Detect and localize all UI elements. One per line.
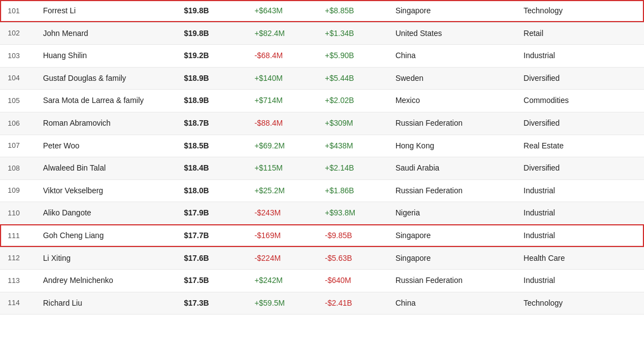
net-worth: $18.5B xyxy=(176,135,246,157)
rank: 111 xyxy=(0,224,35,247)
person-name: Forrest Li xyxy=(35,0,176,22)
country: Russian Federation xyxy=(388,112,516,135)
table-row[interactable]: 113 Andrey Melnichenko $17.5B +$242M -$6… xyxy=(0,270,644,292)
change-2: -$9.85B xyxy=(317,224,387,247)
person-name: Peter Woo xyxy=(35,135,176,157)
person-name: Aliko Dangote xyxy=(35,202,176,225)
rank: 108 xyxy=(0,157,35,180)
rank: 105 xyxy=(0,90,35,112)
country: Singapore xyxy=(388,247,516,270)
rank: 101 xyxy=(0,0,35,22)
person-name: Alwaleed Bin Talal xyxy=(35,157,176,180)
industry: Industrial xyxy=(516,179,644,202)
billionaires-table: 101 Forrest Li $19.8B +$643M +$8.85B Sin… xyxy=(0,0,644,315)
country: United States xyxy=(388,22,516,45)
change-2: +$5.90B xyxy=(317,45,387,68)
industry: Diversified xyxy=(516,112,644,135)
change-1: +$115M xyxy=(247,157,317,180)
table-row[interactable]: 102 John Menard $19.8B +$82.4M +$1.34B U… xyxy=(0,22,644,45)
rank: 107 xyxy=(0,135,35,157)
change-2: +$93.8M xyxy=(317,202,387,225)
net-worth: $18.0B xyxy=(176,179,246,202)
table-row[interactable]: 105 Sara Mota de Larrea & family $18.9B … xyxy=(0,90,644,112)
change-1: -$68.4M xyxy=(247,45,317,68)
person-name: Viktor Vekselberg xyxy=(35,179,176,202)
country: Singapore xyxy=(388,0,516,22)
person-name: Sara Mota de Larrea & family xyxy=(35,90,176,112)
industry: Technology xyxy=(516,292,644,315)
change-2: -$640M xyxy=(317,270,387,292)
industry: Diversified xyxy=(516,67,644,90)
industry: Technology xyxy=(516,0,644,22)
table-row[interactable]: 101 Forrest Li $19.8B +$643M +$8.85B Sin… xyxy=(0,0,644,22)
net-worth: $18.4B xyxy=(176,157,246,180)
change-1: -$224M xyxy=(247,247,317,270)
net-worth: $18.9B xyxy=(176,67,246,90)
country: Hong Kong xyxy=(388,135,516,157)
rank: 112 xyxy=(0,247,35,270)
table-row[interactable]: 106 Roman Abramovich $18.7B -$88.4M +$30… xyxy=(0,112,644,135)
rank: 113 xyxy=(0,270,35,292)
person-name: Gustaf Douglas & family xyxy=(35,67,176,90)
person-name: John Menard xyxy=(35,22,176,45)
industry: Industrial xyxy=(516,224,644,247)
change-1: +$140M xyxy=(247,67,317,90)
industry: Industrial xyxy=(516,45,644,68)
change-1: +$59.5M xyxy=(247,292,317,315)
net-worth: $17.7B xyxy=(176,224,246,247)
industry: Industrial xyxy=(516,202,644,225)
rank: 106 xyxy=(0,112,35,135)
industry: Real Estate xyxy=(516,135,644,157)
change-1: -$169M xyxy=(247,224,317,247)
change-2: -$5.63B xyxy=(317,247,387,270)
country: Russian Federation xyxy=(388,270,516,292)
change-1: -$243M xyxy=(247,202,317,225)
industry: Commodities xyxy=(516,90,644,112)
table-row[interactable]: 103 Huang Shilin $19.2B -$68.4M +$5.90B … xyxy=(0,45,644,68)
person-name: Roman Abramovich xyxy=(35,112,176,135)
country: China xyxy=(388,292,516,315)
country: Mexico xyxy=(388,90,516,112)
table-row[interactable]: 109 Viktor Vekselberg $18.0B +$25.2M +$1… xyxy=(0,179,644,202)
table-row[interactable]: 108 Alwaleed Bin Talal $18.4B +$115M +$2… xyxy=(0,157,644,180)
change-2: +$1.86B xyxy=(317,179,387,202)
change-1: +$25.2M xyxy=(247,179,317,202)
net-worth: $17.3B xyxy=(176,292,246,315)
table-row[interactable]: 114 Richard Liu $17.3B +$59.5M -$2.41B C… xyxy=(0,292,644,315)
country: Saudi Arabia xyxy=(388,157,516,180)
net-worth: $18.9B xyxy=(176,90,246,112)
change-1: +$643M xyxy=(247,0,317,22)
rank: 103 xyxy=(0,45,35,68)
change-1: +$82.4M xyxy=(247,22,317,45)
net-worth: $19.2B xyxy=(176,45,246,68)
table-row[interactable]: 111 Goh Cheng Liang $17.7B -$169M -$9.85… xyxy=(0,224,644,247)
net-worth: $17.5B xyxy=(176,270,246,292)
change-2: +$5.44B xyxy=(317,67,387,90)
net-worth: $17.9B xyxy=(176,202,246,225)
rank: 104 xyxy=(0,67,35,90)
country: Russian Federation xyxy=(388,179,516,202)
person-name: Li Xiting xyxy=(35,247,176,270)
table-row[interactable]: 107 Peter Woo $18.5B +$69.2M +$438M Hong… xyxy=(0,135,644,157)
table-row[interactable]: 112 Li Xiting $17.6B -$224M -$5.63B Sing… xyxy=(0,247,644,270)
change-1: +$242M xyxy=(247,270,317,292)
change-2: +$2.14B xyxy=(317,157,387,180)
person-name: Richard Liu xyxy=(35,292,176,315)
rank: 109 xyxy=(0,179,35,202)
change-2: +$8.85B xyxy=(317,0,387,22)
change-2: +$438M xyxy=(317,135,387,157)
industry: Health Care xyxy=(516,247,644,270)
industry: Retail xyxy=(516,22,644,45)
rank: 110 xyxy=(0,202,35,225)
industry: Diversified xyxy=(516,157,644,180)
country: China xyxy=(388,45,516,68)
change-2: +$1.34B xyxy=(317,22,387,45)
change-1: +$69.2M xyxy=(247,135,317,157)
country: Singapore xyxy=(388,224,516,247)
industry: Industrial xyxy=(516,270,644,292)
table-row[interactable]: 110 Aliko Dangote $17.9B -$243M +$93.8M … xyxy=(0,202,644,225)
change-2: +$309M xyxy=(317,112,387,135)
country: Sweden xyxy=(388,67,516,90)
table-row[interactable]: 104 Gustaf Douglas & family $18.9B +$140… xyxy=(0,67,644,90)
rank: 102 xyxy=(0,22,35,45)
